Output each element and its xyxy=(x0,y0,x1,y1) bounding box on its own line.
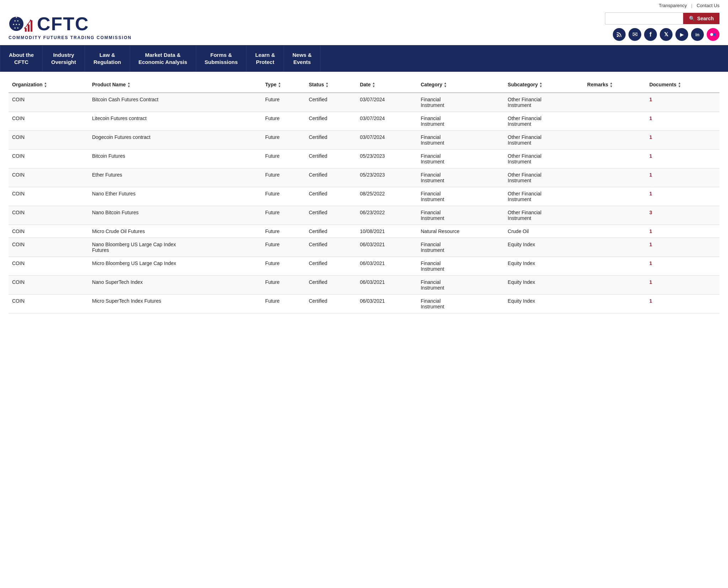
cell-date: 03/07/2024 xyxy=(356,131,417,150)
document-link[interactable]: 1 xyxy=(649,260,652,266)
cell-documents[interactable]: 1 xyxy=(646,93,719,112)
nav-item[interactable]: News & Events xyxy=(284,45,321,72)
cell-product_name: Dogecoin Futures contract xyxy=(89,131,262,150)
cell-product_name: Micro Crude Oil Futures xyxy=(89,225,262,238)
cell-status: Certified xyxy=(305,295,357,313)
flickr-icon[interactable] xyxy=(707,28,719,41)
nav-item[interactable]: About the CFTC xyxy=(0,45,43,72)
document-link[interactable]: 1 xyxy=(649,153,652,159)
document-link[interactable]: 1 xyxy=(649,242,652,247)
cell-remarks xyxy=(584,131,646,150)
cell-product_name: Micro Bloomberg US Large Cap Index xyxy=(89,257,262,276)
cell-organization: COIN xyxy=(9,225,89,238)
svg-point-8 xyxy=(24,27,26,29)
transparency-link[interactable]: Transparency xyxy=(659,3,687,8)
table-row: COINLitecoin Futures contractFutureCerti… xyxy=(9,112,719,131)
svg-rect-7 xyxy=(31,20,32,32)
cell-category: Financial Instrument xyxy=(417,93,504,112)
cell-remarks xyxy=(584,168,646,187)
rss-icon[interactable] xyxy=(613,28,626,41)
cell-documents[interactable]: 1 xyxy=(646,187,719,206)
cell-status: Certified xyxy=(305,131,357,150)
nav-item[interactable]: Law & Regulation xyxy=(85,45,130,72)
cell-subcategory: Equity Index xyxy=(504,295,584,313)
search-input[interactable] xyxy=(605,12,683,25)
cell-organization: COIN xyxy=(9,131,89,150)
twitter-icon[interactable]: 𝕏 xyxy=(660,28,673,41)
svg-text:★ ★: ★ ★ xyxy=(14,27,19,29)
facebook-icon[interactable]: f xyxy=(644,28,657,41)
cell-category: Financial Instrument xyxy=(417,257,504,276)
cell-documents[interactable]: 1 xyxy=(646,225,719,238)
cell-subcategory: Other Financial Instrument xyxy=(504,131,584,150)
cell-organization: COIN xyxy=(9,187,89,206)
cell-documents[interactable]: 1 xyxy=(646,150,719,168)
document-link[interactable]: 1 xyxy=(649,134,652,140)
document-link[interactable]: 1 xyxy=(649,279,652,285)
cell-documents[interactable]: 1 xyxy=(646,295,719,313)
nav-item[interactable]: Forms & Submissions xyxy=(196,45,247,72)
cell-remarks xyxy=(584,276,646,295)
cell-date: 06/03/2021 xyxy=(356,295,417,313)
cell-documents[interactable]: 1 xyxy=(646,276,719,295)
cell-subcategory: Other Financial Instrument xyxy=(504,206,584,225)
document-link[interactable]: 1 xyxy=(649,298,652,304)
col-header-type[interactable]: Type▲▼ xyxy=(262,77,305,93)
document-link[interactable]: 1 xyxy=(649,115,652,121)
table-row: COINMicro Crude Oil FuturesFutureCertifi… xyxy=(9,225,719,238)
nav-item[interactable]: Market Data & Economic Analysis xyxy=(130,45,196,72)
document-link[interactable]: 1 xyxy=(649,172,652,178)
col-header-date[interactable]: Date▲▼ xyxy=(356,77,417,93)
cell-date: 05/23/2023 xyxy=(356,168,417,187)
table-row: COINNano Ether FuturesFutureCertified08/… xyxy=(9,187,719,206)
search-button[interactable]: 🔍 Search xyxy=(683,13,719,24)
cell-product_name: Ether Futures xyxy=(89,168,262,187)
cell-product_name: Nano Bloomberg US Large Cap Index Future… xyxy=(89,238,262,257)
document-link[interactable]: 1 xyxy=(649,228,652,234)
col-header-subcategory[interactable]: Subcategory▲▼ xyxy=(504,77,584,93)
col-header-documents[interactable]: Documents▲▼ xyxy=(646,77,719,93)
cell-organization: COIN xyxy=(9,168,89,187)
cell-remarks xyxy=(584,93,646,112)
cell-organization: COIN xyxy=(9,150,89,168)
cell-documents[interactable]: 1 xyxy=(646,131,719,150)
youtube-icon[interactable]: ▶ xyxy=(675,28,688,41)
linkedin-icon[interactable]: in xyxy=(691,28,704,41)
cell-date: 06/03/2021 xyxy=(356,238,417,257)
table-row: COINNano Bitcoin FuturesFutureCertified0… xyxy=(9,206,719,225)
table-row: COINMicro Bloomberg US Large Cap IndexFu… xyxy=(9,257,719,276)
cftc-logo-icon: ★ ★ ★ ★ ★ ★ ★ ★ xyxy=(9,13,34,34)
search-icon: 🔍 xyxy=(689,16,695,21)
nav-item[interactable]: Learn & Protect xyxy=(247,45,284,72)
cell-date: 03/07/2024 xyxy=(356,93,417,112)
cell-product_name: Litecoin Futures contract xyxy=(89,112,262,131)
col-header-product_name[interactable]: Product Name▲▼ xyxy=(89,77,262,93)
cell-documents[interactable]: 1 xyxy=(646,112,719,131)
cell-documents[interactable]: 1 xyxy=(646,257,719,276)
col-header-remarks[interactable]: Remarks▲▼ xyxy=(584,77,646,93)
cell-date: 05/23/2023 xyxy=(356,150,417,168)
nav-item[interactable]: Industry Oversight xyxy=(43,45,85,72)
col-header-category[interactable]: Category▲▼ xyxy=(417,77,504,93)
cell-product_name: Bitcoin Futures xyxy=(89,150,262,168)
document-link[interactable]: 1 xyxy=(649,97,652,102)
document-link[interactable]: 1 xyxy=(649,191,652,196)
cell-status: Certified xyxy=(305,276,357,295)
cell-documents[interactable]: 1 xyxy=(646,168,719,187)
header-right: 🔍 Search ✉ f 𝕏 ▶ in xyxy=(605,12,719,41)
cell-category: Financial Instrument xyxy=(417,187,504,206)
cell-subcategory: Equity Index xyxy=(504,276,584,295)
cell-subcategory: Other Financial Instrument xyxy=(504,150,584,168)
cell-organization: COIN xyxy=(9,93,89,112)
cell-status: Certified xyxy=(305,225,357,238)
email-icon[interactable]: ✉ xyxy=(628,28,641,41)
col-header-organization[interactable]: Organization▲▼ xyxy=(9,77,89,93)
contact-link[interactable]: Contact Us xyxy=(697,3,719,8)
document-link[interactable]: 3 xyxy=(649,210,652,215)
cell-documents[interactable]: 1 xyxy=(646,238,719,257)
cell-organization: COIN xyxy=(9,295,89,313)
cell-documents[interactable]: 3 xyxy=(646,206,719,225)
cell-remarks xyxy=(584,238,646,257)
col-header-status[interactable]: Status▲▼ xyxy=(305,77,357,93)
cell-date: 10/08/2021 xyxy=(356,225,417,238)
